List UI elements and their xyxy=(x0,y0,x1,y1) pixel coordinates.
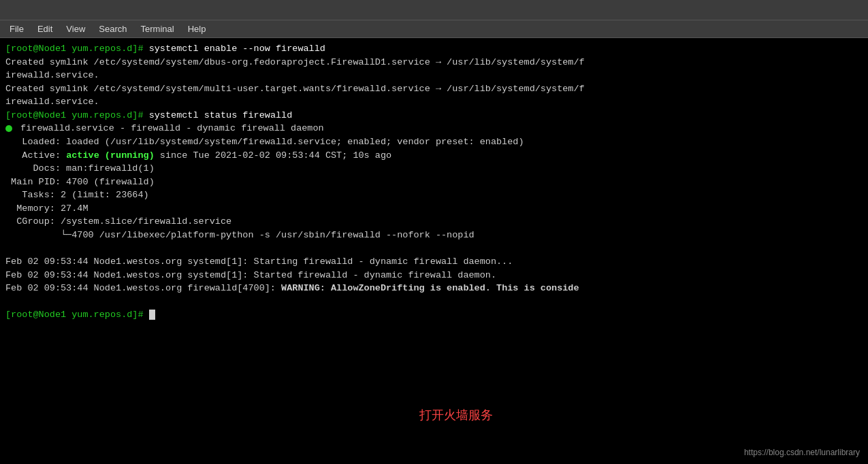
terminal-line: Main PID: 4700 (firewalld) xyxy=(5,176,863,189)
maximize-button[interactable] xyxy=(814,0,839,20)
terminal-line: Feb 02 09:53:44 Node1.westos.org systemd… xyxy=(5,255,863,269)
minimize-button[interactable] xyxy=(788,0,814,20)
terminal-line: [root@Node1 yum.repos.d]# systemctl enab… xyxy=(5,42,863,56)
terminal-line: Created symlink /etc/systemd/system/dbus… xyxy=(5,56,863,69)
terminal-line: irewalld.service. xyxy=(5,95,863,109)
service-status-dot xyxy=(5,125,12,132)
close-button[interactable] xyxy=(839,0,865,20)
titlebar xyxy=(0,0,868,20)
watermark: https://blog.csdn.net/lunarlibrary xyxy=(744,448,860,457)
menu-item-terminal[interactable]: Terminal xyxy=(134,22,181,35)
terminal-line: Loaded: loaded (/usr/lib/systemd/system/… xyxy=(5,135,863,149)
menu-item-file[interactable]: File xyxy=(3,22,31,35)
terminal-line: Docs: man:firewalld(1) xyxy=(5,162,863,176)
terminal-line xyxy=(5,242,863,255)
terminal-line: [root@Node1 yum.repos.d]# systemctl stat… xyxy=(5,109,863,122)
menu-item-help[interactable]: Help xyxy=(181,22,213,35)
terminal-line: [root@Node1 yum.repos.d]# xyxy=(5,308,863,322)
terminal-line xyxy=(5,295,863,309)
menubar: FileEditViewSearchTerminalHelp xyxy=(0,20,868,38)
terminal-line: irewalld.service. xyxy=(5,69,863,82)
menu-item-search[interactable]: Search xyxy=(92,22,133,35)
menu-item-view[interactable]: View xyxy=(59,22,92,35)
terminal[interactable]: [root@Node1 yum.repos.d]# systemctl enab… xyxy=(0,38,868,464)
terminal-line: Created symlink /etc/systemd/system/mult… xyxy=(5,82,863,96)
terminal-line: Feb 02 09:53:44 Node1.westos.org firewal… xyxy=(5,282,863,295)
menu-item-edit[interactable]: Edit xyxy=(31,22,59,35)
terminal-line: Feb 02 09:53:44 Node1.westos.org systemd… xyxy=(5,269,863,282)
terminal-line: Active: active (running) since Tue 2021-… xyxy=(5,149,863,163)
terminal-line: └─4700 /usr/libexec/platform-python -s /… xyxy=(5,229,863,242)
terminal-line: firewalld.service - firewalld - dynamic … xyxy=(5,122,863,135)
terminal-line: CGroup: /system.slice/firewalld.service xyxy=(5,215,863,229)
terminal-line: Memory: 27.4M xyxy=(5,202,863,216)
titlebar-controls xyxy=(788,0,868,20)
terminal-cursor xyxy=(149,310,155,320)
terminal-line: Tasks: 2 (limit: 23664) xyxy=(5,188,863,202)
annotation-text: 打开火墙服务 xyxy=(419,407,493,423)
